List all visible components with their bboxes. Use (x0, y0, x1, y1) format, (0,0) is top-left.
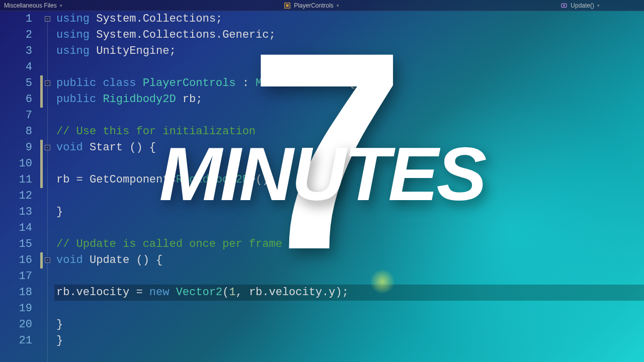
breadcrumb-class[interactable]: PlayerControls ▾ (280, 2, 343, 9)
modification-marker (40, 333, 44, 349)
line-number: 2 (0, 27, 32, 43)
line-number: 12 (0, 188, 32, 204)
modification-marker (40, 220, 44, 236)
line-number: 5 (0, 75, 32, 92)
code-area[interactable]: using System.Collections;using System.Co… (54, 11, 644, 362)
code-line[interactable]: void Start () { (54, 140, 644, 156)
chevron-down-icon: ▾ (597, 3, 600, 8)
line-number: 16 (0, 252, 32, 268)
method-icon (560, 2, 568, 9)
code-line[interactable]: using System.Collections; (54, 11, 644, 27)
code-line[interactable]: } (54, 333, 644, 349)
svg-point-3 (564, 5, 566, 7)
code-line[interactable] (54, 59, 644, 75)
line-number: 4 (0, 59, 32, 75)
chevron-down-icon: ▾ (337, 3, 339, 8)
code-line[interactable]: rb.velocity = new Vector2(1, rb.velocity… (54, 285, 644, 301)
modification-marker (40, 236, 44, 252)
modification-marker (40, 204, 44, 220)
modification-marker (40, 124, 44, 140)
code-line[interactable] (54, 108, 644, 124)
code-line[interactable] (54, 156, 644, 172)
fold-toggle[interactable]: - (45, 145, 50, 150)
modification-marker (40, 188, 44, 204)
modification-marker (40, 75, 43, 92)
breadcrumb-file[interactable]: Miscellaneous Files ▾ (0, 2, 66, 9)
line-number: 3 (0, 43, 32, 59)
svg-rect-1 (286, 4, 289, 7)
code-line[interactable]: public class PlayerControls : MonoBehavi… (54, 75, 644, 92)
line-number: 19 (0, 301, 32, 317)
code-line[interactable]: void Update () { (54, 252, 644, 268)
modification-marker (40, 140, 43, 156)
breadcrumb-class-label: PlayerControls (294, 2, 334, 9)
fold-toggle[interactable]: - (45, 257, 50, 263)
modification-marker (40, 301, 44, 317)
line-number: 20 (0, 317, 32, 333)
line-number-gutter: 123456789101112131415161718192021 (0, 11, 40, 362)
code-line[interactable]: using System.Collections.Generic; (54, 27, 644, 43)
breadcrumb-file-label: Miscellaneous Files (4, 2, 57, 9)
code-line[interactable]: } (54, 317, 644, 333)
fold-toggle[interactable]: - (45, 80, 50, 86)
code-editor[interactable]: 123456789101112131415161718192021 ---- u… (0, 11, 644, 362)
line-number: 14 (0, 220, 32, 236)
line-number: 13 (0, 204, 32, 220)
code-line[interactable]: // Update is called once per frame (54, 236, 644, 252)
modification-marker (40, 156, 43, 172)
fold-toggle[interactable]: - (45, 16, 50, 22)
code-line[interactable] (54, 220, 644, 236)
modification-indicator-bar (40, 11, 44, 362)
modification-marker (40, 252, 43, 268)
class-icon (284, 2, 291, 9)
line-number: 7 (0, 108, 32, 124)
modification-marker (40, 59, 44, 75)
line-number: 17 (0, 268, 32, 285)
breadcrumb-bar: Miscellaneous Files ▾ PlayerControls ▾ U… (0, 0, 644, 11)
line-number: 18 (0, 285, 32, 301)
modification-marker (40, 11, 44, 27)
line-number: 21 (0, 333, 32, 349)
modification-marker (40, 43, 44, 59)
breadcrumb-method-label: Update() (571, 2, 594, 9)
line-number: 6 (0, 92, 32, 108)
breadcrumb-method[interactable]: Update() ▾ (556, 2, 604, 9)
line-number: 10 (0, 156, 32, 172)
modification-marker (40, 27, 44, 43)
modification-marker (40, 108, 44, 124)
code-line[interactable] (54, 188, 644, 204)
modification-marker (40, 268, 44, 285)
modification-marker (40, 172, 43, 188)
line-number: 9 (0, 140, 32, 156)
code-line[interactable]: public Rigidbody2D rb; (54, 92, 644, 108)
chevron-down-icon: ▾ (60, 3, 62, 8)
code-line[interactable]: using UnityEngine; (54, 43, 644, 59)
line-number: 15 (0, 236, 32, 252)
code-line[interactable] (54, 301, 644, 317)
modification-marker (40, 317, 44, 333)
modification-marker (40, 285, 44, 301)
code-line[interactable]: } (54, 204, 644, 220)
line-number: 8 (0, 124, 32, 140)
fold-gutter: ---- (44, 11, 54, 362)
code-line[interactable] (54, 268, 644, 285)
code-line[interactable]: // Use this for initialization (54, 124, 644, 140)
line-number: 11 (0, 172, 32, 188)
code-line[interactable]: rb = GetComponent<Rigidbody2D>(); (54, 172, 644, 188)
line-number: 1 (0, 11, 32, 27)
modification-marker (40, 92, 43, 108)
